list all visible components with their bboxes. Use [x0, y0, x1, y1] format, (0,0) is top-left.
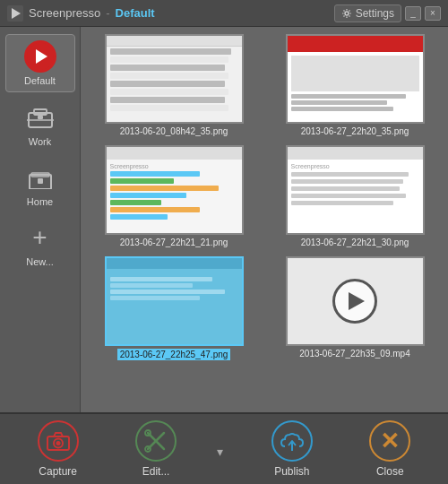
settings-button[interactable]: Settings [334, 4, 401, 22]
settings-label: Settings [356, 7, 394, 20]
selected-overlay [107, 258, 242, 344]
thumb-label-2: 2013-06-27_22h20_35.png [301, 126, 409, 136]
thumbnail-1[interactable]: 2013-06-20_08h42_35.png [88, 34, 260, 136]
edit-circle [135, 420, 177, 462]
sidebar-item-home[interactable]: Home [5, 156, 75, 212]
sidebar-label-new: New... [26, 256, 54, 267]
sidebar-label-work: Work [29, 136, 51, 147]
close-label: Close [376, 465, 404, 478]
thumb-img-2 [286, 34, 425, 124]
edit-label: Edit... [142, 465, 170, 478]
capture-circle [38, 420, 79, 462]
main-layout: Default Work Ho [0, 27, 448, 412]
close-circle: ✕ [369, 420, 410, 462]
svg-point-12 [56, 441, 60, 445]
gear-icon [341, 8, 352, 19]
thumb-label-6: 2013-06-27_22h35_09.mp4 [299, 349, 409, 359]
sidebar: Default Work Ho [0, 27, 81, 412]
thumb-img-3: Screenpresso [105, 145, 244, 235]
cloud-upload-icon [280, 430, 305, 452]
capture-button[interactable]: Capture [29, 415, 88, 483]
thumb-img-6 [286, 256, 425, 346]
thumb-label-4: 2013-06-27_22h21_30.png [301, 238, 409, 247]
close-x-icon: ✕ [380, 429, 400, 453]
profile-name: Default [116, 6, 155, 20]
title-bar: Screenpresso - Default Settings _ × [0, 0, 448, 27]
capture-label: Capture [39, 465, 77, 478]
thumbnail-5[interactable]: 2013-06-27_22h25_47.png [88, 256, 260, 360]
sidebar-item-new[interactable]: + New... [5, 216, 75, 272]
publish-circle [271, 420, 313, 462]
svg-point-2 [345, 12, 349, 15]
new-icon: + [24, 221, 56, 254]
title-separator: - [106, 6, 109, 20]
thumb-img-4: Screenpresso [286, 145, 425, 235]
sidebar-label-home: Home [27, 196, 53, 207]
thumb-img-5 [105, 256, 244, 346]
close-window-button[interactable]: × [425, 6, 441, 21]
edit-icon [144, 429, 168, 453]
thumbnails-grid: 2013-06-20_08h42_35.png 2013-06 [88, 34, 441, 360]
title-bar-left: Screenpresso - Default [7, 5, 155, 22]
bottom-toolbar: Capture Edit... ▾ Publish [0, 412, 448, 484]
close-button[interactable]: ✕ Close [360, 415, 419, 483]
content-area: 2013-06-20_08h42_35.png 2013-06 [81, 27, 448, 412]
thumbnail-6[interactable]: 2013-06-27_22h35_09.mp4 [269, 256, 441, 360]
thumb-label-5: 2013-06-27_22h25_47.png [117, 349, 231, 360]
title-bar-right: Settings _ × [334, 4, 441, 22]
publish-label: Publish [274, 465, 309, 478]
home-icon [24, 161, 56, 194]
default-icon [24, 40, 56, 73]
sidebar-item-work[interactable]: Work [5, 96, 75, 152]
thumbnail-3[interactable]: Screenpresso 2013-06-27_22h21_21.png [88, 145, 260, 247]
edit-button[interactable]: Edit... [126, 415, 185, 483]
thumbnail-2[interactable]: 2013-06-27_22h20_35.png [269, 34, 441, 136]
thumb-label-3: 2013-06-27_22h21_21.png [120, 238, 228, 247]
sidebar-item-default[interactable]: Default [5, 34, 75, 92]
thumb-label-1: 2013-06-20_08h42_35.png [120, 126, 228, 136]
camera-icon [47, 431, 70, 451]
edit-dropdown-arrow[interactable]: ▾ [217, 445, 223, 484]
app-name: Screenpresso [29, 6, 100, 20]
thumbnail-4[interactable]: Screenpresso 2013-06-27_22h21_30.png [269, 145, 441, 247]
app-icon [7, 5, 23, 22]
publish-button[interactable]: Publish [263, 415, 322, 483]
play-icon [332, 279, 377, 324]
work-icon [24, 101, 56, 134]
minimize-button[interactable]: _ [405, 6, 421, 21]
svg-rect-9 [38, 178, 43, 184]
sidebar-label-default: Default [24, 75, 56, 86]
svg-rect-5 [38, 116, 43, 119]
thumb-img-1 [105, 34, 244, 124]
